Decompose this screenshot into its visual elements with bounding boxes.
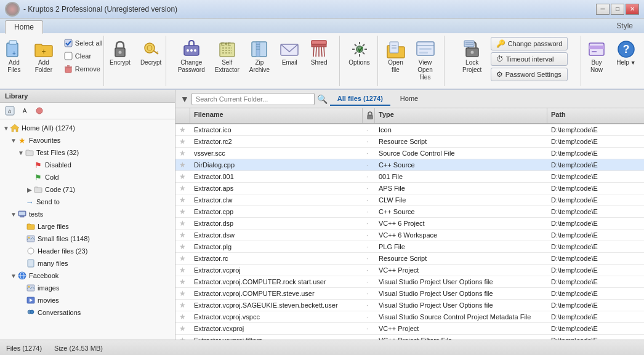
content-area: ▼ 🔍 All files (1274) Home Filename Type … <box>175 90 644 340</box>
tree-item-send-to[interactable]: ▶ → Send to <box>0 196 175 208</box>
star-cell[interactable]: ★ <box>175 229 190 241</box>
star-cell[interactable]: ★ <box>175 194 190 205</box>
tree-item-conversations[interactable]: ▶ Conversations <box>0 306 175 319</box>
star-cell[interactable]: ★ <box>175 183 190 194</box>
star-cell[interactable]: ★ <box>175 218 190 229</box>
star-cell[interactable]: ★ <box>175 253 190 264</box>
tree-item-large-files[interactable]: ▶ Large files <box>0 220 175 233</box>
table-row[interactable]: ★ Extractor.dsp · VC++ 6 Project D:\temp… <box>175 218 644 229</box>
tree-item-cold[interactable]: ▶ ⚑ Cold <box>0 171 175 183</box>
shred-button[interactable]: Shred <box>305 37 332 69</box>
table-row[interactable]: ★ Extractor.clw · CLW File D:\temp\code\… <box>175 194 644 206</box>
tree-item-images[interactable]: ▶ images <box>0 282 175 294</box>
type-cell: Visual Studio Project User Options file <box>375 300 547 310</box>
table-row[interactable]: ★ Extractor.vcproj.COMPUTER.steve.user ·… <box>175 288 644 300</box>
star-cell[interactable]: ★ <box>175 335 190 340</box>
table-row[interactable]: ★ Extractor.001 · 001 File D:\temp\code\… <box>175 171 644 183</box>
star-cell[interactable]: ★ <box>175 311 190 322</box>
star-cell[interactable]: ★ <box>175 300 190 311</box>
table-row[interactable]: ★ Extractor.cpp · C++ Source D:\temp\cod… <box>175 206 644 218</box>
close-button[interactable]: ✕ <box>626 4 639 15</box>
table-row[interactable]: ★ Extractor.vcproj.COMPUTER.rock start.u… <box>175 276 644 288</box>
password-settings-button[interactable]: ⚙ Password Settings <box>491 68 568 81</box>
encrypt-button[interactable]: Encrypt <box>106 37 134 69</box>
table-row[interactable]: ★ DirDialog.cpp · C++ Source D:\temp\cod… <box>175 159 644 171</box>
add-files-button[interactable]: + AddFiles <box>1 37 28 76</box>
table-row[interactable]: ★ Extractor.vcproj.SAGEUKIE.steven.becke… <box>175 300 644 311</box>
decrypt-button[interactable]: Decrypt <box>137 37 165 69</box>
table-row[interactable]: ★ Extractor.aps · APS File D:\temp\code\… <box>175 183 644 194</box>
tree-item-disabled[interactable]: ▶ ⚑ Disabled <box>0 159 175 171</box>
tree-item-tests[interactable]: ▼ tests <box>0 208 175 220</box>
tree-item-small-files[interactable]: ▶ Small files (1148) <box>0 233 175 245</box>
table-row[interactable]: ★ Extractor.vcxproj · VC++ Project D:\te… <box>175 323 644 335</box>
col-header-star[interactable] <box>175 108 190 123</box>
sidebar-pin-button[interactable] <box>33 105 46 117</box>
self-extractor-button[interactable]: EXE SelfExtractor <box>211 37 243 76</box>
lock-cell: · <box>363 289 375 298</box>
lock-cell: · <box>363 148 375 158</box>
star-cell[interactable]: ★ <box>175 171 190 182</box>
tree-item-home[interactable]: ▼ Home (All) (1274) <box>0 122 175 134</box>
help-button[interactable]: ? Help ▼ <box>613 37 640 69</box>
tree-item-movies[interactable]: ▶ movies <box>0 294 175 306</box>
sidebar-home-button[interactable]: ⌂ <box>4 105 16 117</box>
timeout-interval-button[interactable]: ⏱ Timeout interval <box>491 52 568 66</box>
star-cell[interactable]: ★ <box>175 159 190 170</box>
style-menu[interactable]: Style <box>610 20 639 32</box>
lock-cell: · <box>363 125 375 135</box>
table-row[interactable]: ★ Extractor.plg · PLG File D:\temp\code\… <box>175 241 644 253</box>
star-cell[interactable]: ★ <box>175 288 190 299</box>
search-icon[interactable]: 🔍 <box>317 94 328 104</box>
tree-item-favourites[interactable]: ▼ ★ Favourites <box>0 134 175 146</box>
clear-button[interactable]: Clear <box>60 50 107 62</box>
table-row[interactable]: ★ Extractor.vcxproj.filters · VC++ Proje… <box>175 335 644 340</box>
star-cell[interactable]: ★ <box>175 124 190 135</box>
tree-item-header-files[interactable]: ▶ Header files (23) <box>0 245 175 257</box>
table-row[interactable]: ★ Extractor.dsw · VC++ 6 Workspace D:\te… <box>175 229 644 241</box>
change-password-button[interactable]: ChangePassword <box>174 37 209 76</box>
remove-button[interactable]: Remove <box>60 63 107 75</box>
star-cell[interactable]: ★ <box>175 148 190 159</box>
buy-now-button[interactable]: BuyNow <box>583 37 610 76</box>
star-cell[interactable]: ★ <box>175 276 190 287</box>
select-all-button[interactable]: Select all <box>60 37 107 49</box>
zip-archive-button[interactable]: ZipArchive <box>246 37 273 76</box>
table-row[interactable]: ★ Extractor.vcproj · VC++ Project D:\tem… <box>175 265 644 276</box>
search-input[interactable] <box>191 93 315 105</box>
star-cell[interactable]: ★ <box>175 323 190 334</box>
lock-indicator: · <box>366 232 368 239</box>
minimize-button[interactable]: ─ <box>596 4 610 15</box>
filter-icon[interactable]: ▼ <box>180 94 189 104</box>
star-cell[interactable]: ★ <box>175 136 190 147</box>
tree-item-many-files[interactable]: ▶ many files <box>0 257 175 269</box>
tree-item-code[interactable]: ▶ Code (71) <box>0 183 175 196</box>
table-row[interactable]: ★ vssver.scc · Source Code Control File … <box>175 148 644 159</box>
col-header-type[interactable]: Type <box>375 108 547 123</box>
sidebar-alpha-button[interactable]: A <box>18 105 31 117</box>
col-header-lock[interactable] <box>363 108 375 123</box>
star-cell[interactable]: ★ <box>175 206 190 217</box>
table-row[interactable]: ★ Extractor.ico · Icon D:\temp\code\E <box>175 124 644 136</box>
tab-home[interactable]: Home <box>5 20 43 34</box>
options-button[interactable]: Options <box>345 37 373 69</box>
star-cell[interactable]: ★ <box>175 265 190 276</box>
lock-project-button[interactable]: LockProject <box>459 37 486 76</box>
table-row[interactable]: ★ Extractor.rc · Resource Script D:\temp… <box>175 253 644 265</box>
col-header-filename[interactable]: Filename <box>190 108 363 123</box>
email-button[interactable]: Email <box>276 37 303 69</box>
col-header-path[interactable]: Path <box>547 108 644 123</box>
maximize-button[interactable]: □ <box>611 4 624 15</box>
view-open-files-button[interactable]: ViewOpen files <box>411 37 440 84</box>
tree-item-test-files[interactable]: ▼ Test Files (32) <box>0 146 175 159</box>
change-password-text-button[interactable]: 🔑 Change password <box>491 37 568 50</box>
add-folder-button[interactable]: + AddFolder <box>30 37 57 76</box>
open-file-button[interactable]: Openfile <box>384 37 408 76</box>
star-cell[interactable]: ★ <box>175 241 190 252</box>
table-row[interactable]: ★ Extractor.vcproj.vspcc · Visual Studio… <box>175 311 644 323</box>
tab-home[interactable]: Home <box>393 92 425 106</box>
table-row[interactable]: ★ Extractor.rc2 · Resource Script D:\tem… <box>175 136 644 148</box>
tab-all-files[interactable]: All files (1274) <box>330 92 390 106</box>
tree-item-facebook[interactable]: ▼ Facebook <box>0 269 175 282</box>
filename-cell: Extractor.vcxproj <box>190 324 363 333</box>
